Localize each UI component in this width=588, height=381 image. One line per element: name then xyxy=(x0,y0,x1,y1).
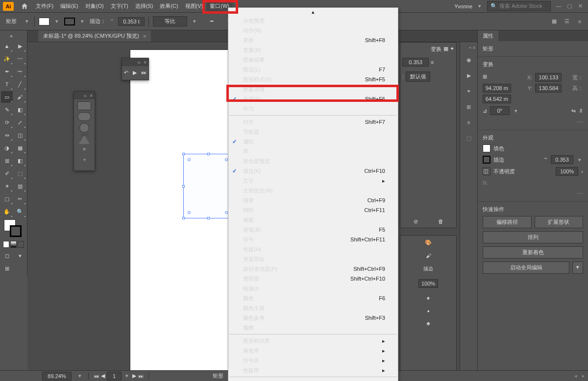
no-symbol-icon[interactable]: ⊘ xyxy=(414,218,418,225)
dash-preview[interactable]: ━ xyxy=(202,18,221,24)
expand-shape-button[interactable]: 扩展形状 xyxy=(535,216,584,228)
global-edit-button[interactable]: 启动全局编辑 xyxy=(483,262,569,274)
undo-icon[interactable]: ↶ xyxy=(124,70,128,76)
opacity-input[interactable]: 100% xyxy=(556,167,578,176)
menu-type[interactable]: 文字(T) xyxy=(107,0,132,12)
fill-stroke-control[interactable] xyxy=(1,218,26,239)
selected-rectangle[interactable] xyxy=(183,154,232,218)
graph-tool[interactable]: ▥ xyxy=(14,180,26,192)
artboard-pager[interactable]: ⏮ ◀ 1 ▾ ▶ ⏭ xyxy=(94,372,144,381)
stroke-swatch[interactable] xyxy=(64,18,75,25)
menu-item[interactable]: 画笔(B)F5 xyxy=(228,225,398,235)
menu-item[interactable]: 动作(N) xyxy=(228,25,398,35)
document-tab[interactable]: 未标题-1* @ 89.24% (CMYK/GPU 预览) × xyxy=(38,30,151,42)
menu-view[interactable]: 视图(V) xyxy=(182,0,207,12)
menu-item[interactable]: 颜色主题 xyxy=(228,303,398,313)
menu-item[interactable]: 图像描摹 xyxy=(228,55,398,65)
type-tool[interactable]: T xyxy=(1,78,13,90)
home-icon[interactable] xyxy=(21,2,28,10)
page-number[interactable]: 1 xyxy=(107,372,122,381)
symbol-sprayer-tool[interactable]: ✶ xyxy=(1,180,13,192)
global-edit-dropdown[interactable]: ▾ xyxy=(572,262,583,274)
panel-cols-icon[interactable]: ☰ xyxy=(562,16,572,27)
menu-item[interactable]: 特性Ctrl+F11 xyxy=(228,205,398,215)
menu-item[interactable]: 魔棒 xyxy=(228,323,398,333)
edit-toolbar[interactable]: ⊞ xyxy=(1,262,13,274)
fx-label[interactable]: fx. xyxy=(483,179,583,187)
opacity-expand-icon[interactable]: › xyxy=(581,168,583,174)
color-mode-gradient[interactable] xyxy=(10,241,17,248)
brush-icon[interactable]: 🖌 xyxy=(426,253,431,259)
menu-item[interactable]: 分色预览 xyxy=(228,16,398,25)
h-input[interactable]: 64.542 m xyxy=(483,95,511,103)
y-input[interactable]: 130.584 xyxy=(535,84,562,93)
artboard-tool[interactable]: ▢ xyxy=(1,193,13,205)
flip-h-icon[interactable]: ⇋ xyxy=(571,108,576,114)
screen-mode-toggle[interactable]: ▾ xyxy=(14,250,26,262)
play-action-icon[interactable]: ▶ xyxy=(463,70,475,81)
menu-item[interactable]: 符号Shift+Ctrl+F11 xyxy=(228,235,398,244)
expand-dock-icon[interactable]: « ≡ xyxy=(469,45,477,50)
rotate-tool[interactable]: ⟳ xyxy=(1,117,13,128)
tab-properties[interactable]: 属性 xyxy=(478,30,498,42)
menu-item[interactable]: 库 xyxy=(228,146,398,156)
shape-builder-tool[interactable]: ◑ xyxy=(1,142,13,154)
uniform-select[interactable]: 等比 xyxy=(153,16,187,26)
menu-item[interactable]: 符号库▸ xyxy=(228,356,398,365)
menu-item[interactable]: 对齐Shift+F7 xyxy=(228,117,398,127)
selection-tool[interactable]: ▲ xyxy=(1,40,13,52)
pen-tool[interactable]: ✒ xyxy=(1,66,13,77)
hand-tool[interactable]: ✋ xyxy=(1,206,13,217)
direct-selection-tool[interactable]: ▶ xyxy=(14,40,26,52)
spade-icon[interactable]: ♠ xyxy=(427,295,430,301)
actions-mini-panel[interactable]: ‹‹× ↶ ▶ ⏭ xyxy=(122,58,149,80)
menu-item[interactable]: ✓描边(K)Ctrl+F10 xyxy=(228,166,398,176)
menu-item[interactable]: ✓外观(E)Shift+F6 xyxy=(228,94,398,104)
search-stock[interactable]: 🔍 搜索 Adobe Stock xyxy=(487,1,551,11)
stroke-weight-input[interactable]: 0.353 xyxy=(551,155,573,164)
menu-item[interactable]: ✓未标题-1* @ 89.24% (CMYK/GPU 预览) xyxy=(228,379,398,381)
user-name[interactable]: Yvonne xyxy=(454,3,472,9)
menu-item[interactable]: 资源导出 xyxy=(228,254,398,264)
fill-swatch-sm[interactable] xyxy=(483,144,490,152)
menu-item[interactable]: 变换Shift+F8 xyxy=(228,35,398,45)
menu-item[interactable]: 渐变Ctrl+F9 xyxy=(228,195,398,205)
flyout-rect[interactable] xyxy=(77,101,91,110)
menu-item[interactable]: 文档信息(M) xyxy=(228,186,398,195)
expand-tools-icon[interactable]: » xyxy=(1,32,13,39)
menu-item[interactable]: 图形样式(S)Shift+F5 xyxy=(228,74,398,84)
menu-item[interactable]: 色板(H) xyxy=(228,244,398,254)
scale-tool[interactable]: ⤢ xyxy=(14,117,26,128)
close-panel-icon[interactable]: × xyxy=(144,60,147,65)
screen-mode-normal[interactable]: ◻ xyxy=(1,250,13,262)
panel-layout-icon[interactable]: ▦ xyxy=(549,16,560,27)
play-icon[interactable]: ▶ xyxy=(133,70,137,76)
maximize-icon[interactable]: ▢ xyxy=(565,3,573,9)
magic-wand-tool[interactable]: ✨ xyxy=(1,53,13,65)
color-wheel-icon[interactable]: ◉ xyxy=(463,54,475,66)
menu-item[interactable]: 路径查找器(P)Shift+Ctrl+F9 xyxy=(228,264,398,274)
trash-icon[interactable]: 🗑 xyxy=(438,218,443,225)
menu-item[interactable]: 变量(R) xyxy=(228,45,398,55)
club-icon[interactable]: ♣ xyxy=(426,320,430,326)
stroke-swatch-sm[interactable] xyxy=(483,156,490,164)
menu-item[interactable]: 颜色F6 xyxy=(228,293,398,303)
menu-item[interactable]: 色板库▸ xyxy=(228,365,398,375)
panel-menu-icon[interactable]: ≡ xyxy=(574,16,585,27)
w-input[interactable]: 94.208 m xyxy=(483,84,511,93)
scroll-up-icon[interactable]: ▴ xyxy=(228,9,398,16)
lasso-tool[interactable]: 〰 xyxy=(14,53,26,65)
flip-v-icon[interactable]: ⥯ xyxy=(579,108,583,114)
offset-path-button[interactable]: 偏移路径 xyxy=(483,216,532,228)
menu-item[interactable]: 颜色参考Shift+F3 xyxy=(228,313,398,323)
menu-item[interactable]: 导航器 xyxy=(228,127,398,137)
menu-item[interactable]: ✓属性 xyxy=(228,137,398,146)
perspective-tool[interactable]: ▦ xyxy=(14,142,26,154)
menu-edit[interactable]: 编辑(E) xyxy=(57,0,82,12)
menu-item[interactable]: 图案选项 xyxy=(228,84,398,94)
rectangle-tool[interactable]: ▭ xyxy=(1,91,13,103)
flyout-polygon[interactable] xyxy=(79,135,90,144)
x-input[interactable]: 100.133 xyxy=(535,73,562,82)
flyout-round-rect[interactable] xyxy=(77,112,91,121)
stroke-weight[interactable]: 0.353 t xyxy=(118,17,145,26)
